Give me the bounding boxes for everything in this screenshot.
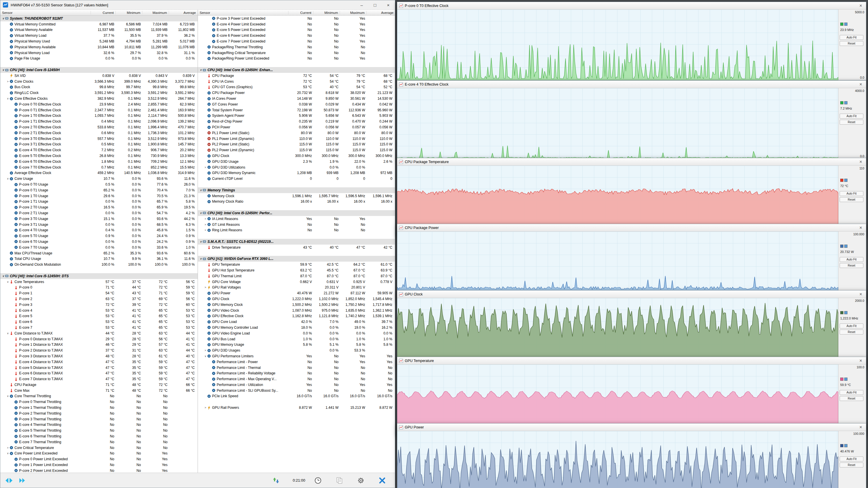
sensor-row[interactable]: ∨Core Usage10.7 %0.0 %93.6 %11.6 %	[0, 176, 197, 182]
sensor-row[interactable]: P-core 1 Thermal ThrottlingNoNoNo	[0, 405, 197, 411]
column-header-average[interactable]: Average	[169, 11, 197, 14]
background-color-swatch[interactable]	[844, 178, 847, 182]
sensor-row[interactable]: Max CPU/Thread Usage65.2 %35.3 %93.6 %60…	[0, 250, 197, 256]
swap-arrows-icon[interactable]	[4, 476, 13, 485]
sensor-row[interactable]: CPU Package Power20.732 W8.618 W38.020 W…	[198, 90, 395, 96]
expand-chevron-icon[interactable]: >	[6, 446, 9, 449]
expand-chevron-icon[interactable]: >	[204, 223, 207, 226]
auto-fit-button[interactable]: Auto Fit	[840, 456, 863, 461]
sensor-row[interactable]: P-core 0 T0 Effective Clock23.9 MHz2.4 M…	[0, 101, 197, 107]
graph-titlebar[interactable]: GPU Power×	[397, 424, 866, 431]
reset-button[interactable]: Reset	[840, 197, 863, 202]
sensor-row[interactable]: P-core 071 °C44 °C72 °C59 °C	[0, 285, 197, 290]
column-header-maximum[interactable]: Maximum	[340, 11, 366, 14]
series-color-swatch[interactable]	[840, 245, 843, 248]
expand-chevron-icon[interactable]: >	[204, 349, 207, 352]
reset-button[interactable]: Reset	[840, 396, 863, 401]
sensor-row[interactable]: GPU Video Clock1,087.0 MHz975.0 MHz1,635…	[198, 307, 395, 314]
sensor-row[interactable]: PCIe Link Speed16.0 GT/s16.0 GT/s16.0 GT…	[198, 393, 395, 399]
sensor-row[interactable]: System Agent Power5.906 W5.656 W6.543 W5…	[198, 113, 395, 119]
sensor-row[interactable]: P-core 1 Power Limit ExceededNoNoYes	[0, 462, 197, 468]
sensor-row[interactable]: Package/Ring Thermal ThrottlingNoNoNo	[198, 44, 395, 50]
collapse-chevron-icon[interactable]: ∨	[199, 68, 203, 71]
sensor-row[interactable]: >GPU D3D Utilizations0.0 %0.0 %	[198, 164, 395, 170]
sensor-row[interactable]: GPU Hot Spot Temperature63.2 °C45.5 °C67…	[198, 267, 395, 273]
sensor-row[interactable]: Average Effective Clock459.2 MHz140.5 MH…	[0, 170, 197, 176]
sensor-row[interactable]: P-core 0 T0 Usage0.5 %0.0 %77.6 %26.0 %	[0, 182, 197, 187]
sensor-row[interactable]: P-core 372 °C39 °C72 °C60 °C	[0, 302, 197, 307]
sensor-row[interactable]: Performance Limit - Max Operating V...No…	[198, 376, 395, 382]
collapse-chevron-icon[interactable]: ∨	[6, 281, 9, 283]
graph-titlebar[interactable]: E-core 4 T0 Effective Clock×	[397, 80, 866, 88]
sensor-row[interactable]: Memory Clock1,596.1 MHz1,595.7 MHz1,596.…	[198, 193, 395, 199]
sensor-row[interactable]: PL2 Power Limit (Dynamic)115.0 W115.0 W1…	[198, 147, 395, 153]
sensor-row[interactable]: E-core 5 Power Limit ExceededNoNoYes	[198, 27, 395, 33]
close-button[interactable]: ×	[382, 0, 395, 10]
sensor-row[interactable]: P-core 2 T1 Usage0.0 %0.0 %54.7 %4.2 %	[0, 210, 197, 216]
sensor-row[interactable]: E-core 4 Power Limit ExceededNoNoYes	[198, 22, 395, 27]
collapse-chevron-icon[interactable]: ∨	[204, 355, 207, 358]
background-color-swatch[interactable]	[844, 245, 847, 248]
sensor-section-row[interactable]: ∨System: THUNDEROBOT 911MT	[0, 15, 197, 22]
sensor-row[interactable]: Package/Ring Power Limit ExceededNoNoYes	[198, 56, 395, 62]
expand-chevron-icon[interactable]: >	[6, 80, 9, 83]
sensor-row[interactable]: E-core 5 T0 Usage0.9 %0.0 %24.4 %0.9 %	[0, 233, 197, 239]
expand-chevron-icon[interactable]: >	[204, 286, 207, 289]
sensor-row[interactable]: E-core 7 T0 Effective Clock0.7 MHz0.1 MH…	[0, 164, 197, 170]
copy-icon[interactable]	[335, 476, 344, 485]
auto-fit-button[interactable]: Auto Fit	[840, 390, 863, 395]
collapse-chevron-icon[interactable]: ∨	[1, 17, 5, 20]
auto-fit-button[interactable]: Auto Fit	[840, 35, 863, 40]
sensor-row[interactable]: E-core 453 °C41 °C65 °C53 °C	[0, 307, 197, 314]
sensor-row[interactable]: P-core 3 T0 Effective Clock557.7 MHz0.1 …	[0, 136, 197, 142]
sensor-row[interactable]: P-core 0 Thermal ThrottlingNoNoNo	[0, 399, 197, 405]
collapse-chevron-icon[interactable]: ∨	[6, 177, 9, 180]
sensor-row[interactable]: Performance Limit - ThermalNoNoNoNo	[198, 365, 395, 370]
window-titlebar[interactable]: HWiNFO64 v7.50-5150 Sensor Status [127 v…	[0, 0, 395, 10]
sensor-row[interactable]: E-core 6 Distance to TJMAX47 °C35 °C59 °…	[0, 370, 197, 376]
sensor-row[interactable]: P-core 1 T1 Effective Clock0.4 MHz0.1 MH…	[0, 119, 197, 124]
sensor-section-row[interactable]: ∨CPU [#0]: Intel Core i5-12450H: DTS	[0, 273, 197, 279]
sensor-row[interactable]: P-core 0 T1 Usage65.2 %0.0 %70.4 %7.0 %	[0, 187, 197, 193]
sensor-section-row[interactable]: ∨S.M.A.R.T.: SSSTC CL5-8D512 (002219...	[198, 239, 395, 245]
sensor-row[interactable]: P-core 2 Thermal ThrottlingNoNoNo	[0, 411, 197, 416]
sensor-row[interactable]: >GPU D3D Usages0.0 %53.3 %	[198, 348, 395, 353]
graph-close-icon[interactable]: ×	[857, 424, 864, 430]
sensor-row[interactable]: Package/Ring Critical TemperatureNoNoNo	[198, 50, 395, 56]
sensor-row[interactable]: Page File Usage0.0 %0.0 %0.0 %0.0 %	[0, 56, 197, 62]
sensor-row[interactable]: Performance Limit - UtilizationYesNoYesY…	[198, 382, 395, 388]
expand-chevron-icon[interactable]: >	[204, 406, 207, 409]
sensor-row[interactable]: GPU Video Engine Load0.0 %0.0 %0.0 %0.0 …	[198, 330, 395, 336]
background-color-swatch[interactable]	[844, 378, 847, 381]
close-x-icon[interactable]	[378, 476, 387, 485]
sensor-row[interactable]: ∨Core Power Limit ExceededNoNoYes	[0, 451, 197, 456]
series-color-swatch[interactable]	[840, 444, 843, 447]
sensor-row[interactable]: P-core 2 T0 Effective Clock533.8 MHz0.1 …	[0, 124, 197, 130]
series-color-swatch[interactable]	[840, 101, 843, 104]
maximize-button[interactable]: □	[368, 0, 382, 10]
sensor-row[interactable]: Virtual Memory Available11,537 MB11,500 …	[0, 27, 197, 33]
sensor-row[interactable]: E-core 7 Thermal ThrottlingNoNoNo	[0, 439, 197, 445]
settings-gear-icon[interactable]	[356, 476, 365, 485]
sensor-row[interactable]: E-core 4 T0 Effective Clock7.2 MHz0.2 MH…	[0, 147, 197, 153]
column-header-average[interactable]: Average	[366, 11, 395, 14]
sensor-row[interactable]: Physical Memory Load32.6 %29.7 %32.8 %31…	[0, 50, 197, 56]
sensor-row[interactable]: P-core 3 Distance to TJMAX48 °C28 °C61 °…	[0, 353, 197, 359]
graph-close-icon[interactable]: ×	[857, 3, 864, 9]
sensor-row[interactable]: GPU D3D Memory Dynamic1,208 MB939 MB1,20…	[198, 170, 395, 176]
reset-button[interactable]: Reset	[840, 263, 863, 268]
sensor-row[interactable]: GPU Core Load42.0 %7.0 %49.0 %39.7 %	[198, 319, 395, 325]
sensor-row[interactable]: GPU Clock1,222.0 MHz1,102.0 MHz1,852.0 M…	[198, 296, 395, 302]
sensor-row[interactable]: >Core Clocks3,566.3 MHz399.0 MHz4,390.3 …	[0, 78, 197, 85]
sensor-row[interactable]: E-core 6 Power Limit ExceededNoNoYes	[198, 33, 395, 38]
column-header-sensor[interactable]: Sensor	[198, 11, 288, 14]
sensor-row[interactable]: >GPU Rail Powers8.872 W1.441 W15.213 W8.…	[198, 405, 395, 411]
sensor-row[interactable]: E-core 5 Distance to TJMAX47 °C35 °C59 °…	[0, 365, 197, 370]
sensor-section-row[interactable]: ∨Memory Timings	[198, 187, 395, 193]
sensor-row[interactable]: On-Demand Clock Modulation100.0 %100.0 %…	[0, 262, 197, 267]
sensor-row[interactable]: GPU Effective Clock1,162.8 MHz1,121.8 MH…	[198, 313, 395, 319]
sensor-row[interactable]: GPU D3D Usage2.3 %1.9 %22.0 %2.6 %	[198, 159, 395, 164]
sensor-row[interactable]: Ring/LLC Clock3,591.2 MHz3,590.3 MHz3,59…	[0, 90, 197, 96]
graph-titlebar[interactable]: P-core 0 T0 Effective Clock×	[397, 2, 866, 9]
graph-close-icon[interactable]: ×	[857, 225, 864, 231]
